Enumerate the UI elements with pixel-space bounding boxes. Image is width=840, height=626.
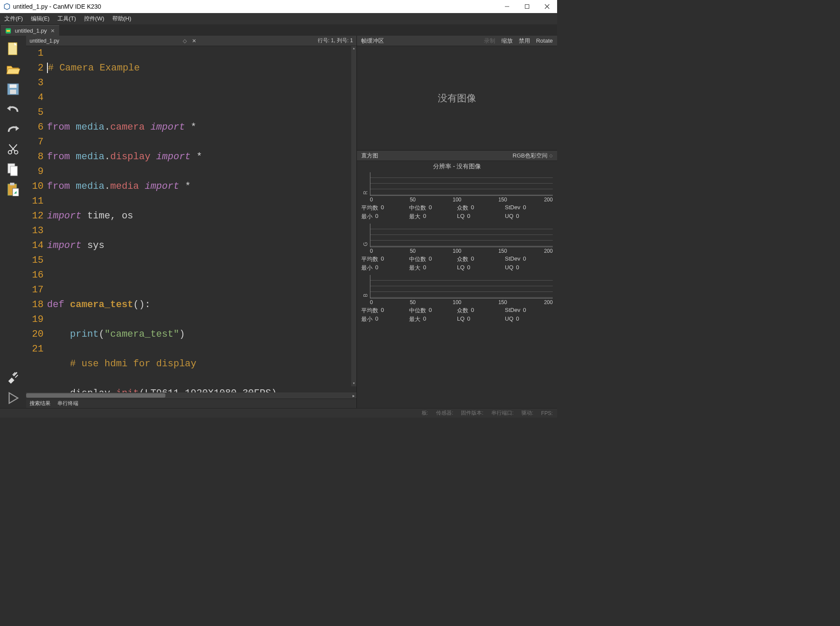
channel-label-g: G <box>363 240 369 248</box>
scroll-up-icon[interactable]: ▴ <box>351 46 356 51</box>
close-icon[interactable]: ✕ <box>50 28 55 34</box>
line-col-indicator: 行号: 1, 列号: 1 <box>318 37 353 44</box>
window-controls <box>497 0 557 13</box>
svg-rect-19 <box>10 166 17 176</box>
svg-marker-0 <box>4 3 10 10</box>
connect-button[interactable] <box>4 369 22 387</box>
scroll-down-icon[interactable]: ▾ <box>351 381 356 386</box>
menu-bar: 文件(F) 编辑(E) 工具(T) 控件(W) 帮助(H) <box>0 13 557 24</box>
editor-close-icon[interactable]: ✕ <box>192 38 196 44</box>
channel-label-b: B <box>363 291 369 300</box>
svg-marker-13 <box>16 126 19 131</box>
editor-filename: untitled_1.py <box>30 38 59 44</box>
stats-row: 平均数0 中位数0 众数0 StDev0 <box>361 204 553 212</box>
scroll-right-icon[interactable]: ▸ <box>350 392 356 398</box>
paste-button[interactable] <box>4 180 22 198</box>
code-area[interactable]: 123456789101112131415161718192021 # Came… <box>26 46 356 392</box>
document-tab[interactable]: untitled_1.py ✕ <box>1 25 59 36</box>
editor-pane: untitled_1.py ◇ ✕ 行号: 1, 列号: 1 123456789… <box>26 36 357 408</box>
svg-rect-10 <box>10 84 17 88</box>
framebuffer-header: 帧缓冲区 录制 缩放 禁用 Rotate <box>357 36 557 46</box>
vertical-scrollbar[interactable]: ▴▾ <box>351 46 356 386</box>
status-bar: 板: 传感器: 固件版本: 串行端口: 驱动: FPS: <box>0 408 557 418</box>
histogram-header: 直方图 RGB色彩空间 ◇ <box>357 151 557 161</box>
svg-rect-11 <box>10 90 16 94</box>
run-button[interactable] <box>4 389 22 407</box>
menu-controls[interactable]: 控件(W) <box>84 15 104 23</box>
svg-marker-26 <box>9 393 18 403</box>
open-file-button[interactable] <box>4 60 22 78</box>
cut-button[interactable] <box>4 140 22 158</box>
histogram-axis-b: 050100150200 <box>361 298 553 306</box>
close-button[interactable] <box>537 0 557 13</box>
status-sensor: 传感器: <box>436 409 453 417</box>
stats-row: 最小0 最大0 LQ0 UQ0 <box>361 264 553 272</box>
tab-serial-terminal[interactable]: 串行终端 <box>57 400 78 407</box>
histogram-body: 分辨率 - 没有图像 R 050100150200 平均数0 中位数0 众数0 … <box>357 161 557 408</box>
chevron-down-icon[interactable]: ◇ <box>549 153 553 158</box>
status-fps: FPS: <box>541 410 553 416</box>
histogram-channel-b: B 050100150200 平均数0 中位数0 众数0 StDev0 最小0 … <box>361 275 553 324</box>
save-file-button[interactable] <box>4 80 22 98</box>
histogram-chart-b <box>370 275 553 298</box>
menu-edit[interactable]: 编辑(E) <box>31 15 50 23</box>
app-icon <box>3 3 10 10</box>
left-toolbar <box>0 36 26 408</box>
scrollbar-thumb[interactable] <box>26 393 165 398</box>
no-image-label: 没有图像 <box>438 92 476 105</box>
svg-rect-21 <box>10 183 14 185</box>
menu-tools[interactable]: 工具(T) <box>57 15 76 23</box>
svg-line-24 <box>15 375 18 378</box>
svg-rect-2 <box>525 5 529 9</box>
stats-row: 平均数0 中位数0 众数0 StDev0 <box>361 306 553 315</box>
histogram-channel-g: G 050100150200 平均数0 中位数0 众数0 StDev0 最小0 … <box>361 224 553 272</box>
maximize-button[interactable] <box>517 0 537 13</box>
zoom-button[interactable]: 缩放 <box>501 37 513 45</box>
menu-help[interactable]: 帮助(H) <box>112 15 131 23</box>
status-board: 板: <box>422 409 428 417</box>
code-content[interactable]: # Camera Example from media.camera impor… <box>47 46 356 392</box>
document-tab-label: untitled_1.py <box>15 27 47 34</box>
document-tab-bar: untitled_1.py ✕ <box>0 24 557 36</box>
tab-search-results[interactable]: 搜索结果 <box>30 400 50 407</box>
framebuffer-view: 没有图像 <box>357 46 557 151</box>
minimize-button[interactable] <box>497 0 517 13</box>
channel-label-r: R <box>363 188 369 197</box>
colorspace-select[interactable]: RGB色彩空间 <box>513 152 548 160</box>
resolution-label: 分辨率 - 没有图像 <box>361 163 553 171</box>
histogram-axis-g: 050100150200 <box>361 247 553 255</box>
disable-button[interactable]: 禁用 <box>519 37 530 45</box>
svg-rect-6 <box>7 30 10 32</box>
right-panel: 帧缓冲区 录制 缩放 禁用 Rotate 没有图像 直方图 RGB色彩空间 ◇ … <box>357 36 557 408</box>
redo-button[interactable] <box>4 120 22 138</box>
svg-marker-12 <box>7 106 10 111</box>
output-tabs: 搜索结果 串行终端 <box>26 398 356 408</box>
stats-row: 最小0 最大0 LQ0 UQ0 <box>361 315 553 324</box>
histogram-chart-r <box>370 172 553 196</box>
histogram-channel-r: R 050100150200 平均数0 中位数0 众数0 StDev0 最小0 … <box>361 172 553 221</box>
framebuffer-title: 帧缓冲区 <box>361 37 384 45</box>
stats-row: 平均数0 中位数0 众数0 StDev0 <box>361 255 553 264</box>
line-gutter: 123456789101112131415161718192021 <box>26 46 47 392</box>
stats-row: 最小0 最大0 LQ0 UQ0 <box>361 212 553 221</box>
python-file-icon <box>5 28 11 34</box>
histogram-title: 直方图 <box>361 152 378 160</box>
window-title: untitled_1.py - CanMV IDE K230 <box>13 3 497 10</box>
rotate-button[interactable]: Rotate <box>536 37 553 44</box>
file-dropdown-icon[interactable]: ◇ <box>183 38 187 44</box>
histogram-axis-r: 050100150200 <box>361 196 553 204</box>
status-serial-port: 串行端口: <box>491 409 514 417</box>
menu-file[interactable]: 文件(F) <box>4 15 23 23</box>
undo-button[interactable] <box>4 100 22 118</box>
editor-header: untitled_1.py ◇ ✕ 行号: 1, 列号: 1 <box>26 36 356 46</box>
histogram-chart-g <box>370 224 553 247</box>
status-firmware: 固件版本: <box>461 409 483 417</box>
new-file-button[interactable] <box>4 40 22 58</box>
copy-button[interactable] <box>4 160 22 178</box>
window-titlebar: untitled_1.py - CanMV IDE K230 <box>0 0 557 13</box>
status-drive: 驱动: <box>521 409 533 417</box>
horizontal-scrollbar[interactable]: ◂ ▸ <box>26 392 356 398</box>
record-button[interactable]: 录制 <box>484 37 495 45</box>
